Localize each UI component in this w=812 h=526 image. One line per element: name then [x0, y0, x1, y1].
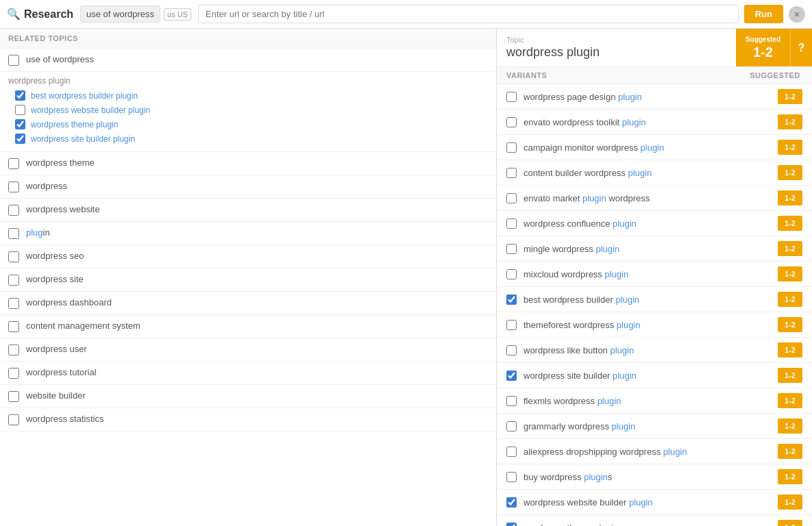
- close-button[interactable]: ×: [789, 6, 805, 23]
- variant-checkbox[interactable]: [506, 269, 517, 279]
- topic-checkbox[interactable]: [8, 158, 19, 169]
- topic-checkbox[interactable]: [15, 134, 25, 144]
- search-keyword[interactable]: use of wordpress: [80, 5, 160, 23]
- right-panel: Topic wordpress plugin Suggested 1-2 ? V…: [497, 29, 812, 526]
- variant-name: wordpress site builder plugin: [524, 371, 771, 381]
- list-item[interactable]: envato wordpress toolkit plugin1-2: [497, 110, 812, 135]
- list-item[interactable]: wordpress site builder plugin: [15, 132, 488, 146]
- topic-checkbox[interactable]: [8, 345, 19, 355]
- topic-checkbox[interactable]: [8, 414, 19, 425]
- variant-checkbox[interactable]: [506, 117, 517, 127]
- locale-badge[interactable]: us US: [164, 8, 191, 21]
- help-button[interactable]: ?: [790, 29, 812, 66]
- topic-checkbox[interactable]: [8, 368, 19, 379]
- list-item[interactable]: mingle wordpress plugin1-2: [497, 236, 812, 262]
- list-item[interactable]: wordpress dashboard: [0, 292, 496, 315]
- variant-checkbox[interactable]: [506, 320, 517, 330]
- list-item[interactable]: flexmls wordpress plugin1-2: [497, 388, 812, 414]
- variant-checkbox[interactable]: [506, 371, 517, 381]
- suggested-badge: 1-2: [778, 317, 802, 332]
- topic-name: plugin: [26, 227, 50, 238]
- variant-name: mixcloud wordpress plugin: [524, 269, 771, 279]
- run-button[interactable]: Run: [744, 5, 783, 23]
- list-item[interactable]: content builder wordpress plugin1-2: [497, 160, 812, 186]
- variant-name: wordpress page design plugin: [524, 92, 771, 102]
- list-item[interactable]: wordpress site: [0, 268, 496, 292]
- list-item[interactable]: wordpress page design plugin1-2: [497, 84, 812, 110]
- topic-checkbox[interactable]: [8, 321, 19, 332]
- list-item[interactable]: wordpress website: [0, 199, 496, 222]
- variant-checkbox[interactable]: [506, 421, 517, 431]
- topic-checkbox[interactable]: [15, 119, 25, 129]
- list-item[interactable]: envato market plugin wordpress1-2: [497, 186, 812, 211]
- list-item[interactable]: campaign monitor wordpress plugin1-2: [497, 135, 812, 160]
- list-item[interactable]: wordpress like button plugin1-2: [497, 338, 812, 363]
- variant-name: envato wordpress toolkit plugin: [524, 117, 771, 127]
- topic-checkbox[interactable]: [8, 181, 19, 192]
- topic-checkbox[interactable]: [8, 55, 19, 66]
- variant-name: flexmls wordpress plugin: [524, 396, 771, 406]
- topic-checkbox[interactable]: [8, 205, 19, 216]
- topic-name: wordpress site: [26, 274, 84, 284]
- suggested-badge[interactable]: Suggested 1-2: [736, 29, 790, 66]
- variant-name: mingle wordpress plugin: [524, 244, 771, 254]
- variant-checkbox[interactable]: [506, 193, 517, 203]
- variant-checkbox[interactable]: [506, 497, 517, 508]
- variant-checkbox[interactable]: [506, 142, 517, 153]
- suggested-badge: 1-2: [778, 292, 802, 307]
- topic-checkbox[interactable]: [8, 275, 19, 286]
- variant-checkbox[interactable]: [506, 447, 517, 457]
- variant-checkbox[interactable]: [506, 523, 517, 527]
- suggested-badge: 1-2: [778, 494, 802, 510]
- suggested-badge: 1-2: [778, 393, 802, 408]
- list-item[interactable]: wordpress seo: [0, 245, 496, 268]
- variant-name: wordpress theme plugin: [524, 523, 771, 527]
- variant-checkbox[interactable]: [506, 244, 517, 254]
- variant-name: best wordpress builder plugin: [524, 295, 771, 305]
- topic-checkbox[interactable]: [8, 391, 19, 402]
- topic-checkbox[interactable]: [15, 90, 25, 101]
- topic-checkbox[interactable]: [8, 251, 19, 262]
- list-item[interactable]: buy wordpress plugins1-2: [497, 464, 812, 490]
- list-item[interactable]: wordpress theme: [0, 152, 496, 175]
- list-item[interactable]: wordpress theme plugin: [15, 117, 488, 132]
- list-item[interactable]: plugin: [0, 222, 496, 245]
- list-item[interactable]: wordpress website builder plugin: [15, 103, 488, 117]
- list-item[interactable]: wordpress: [0, 175, 496, 199]
- topic-checkbox[interactable]: [8, 228, 19, 239]
- left-panel: RELATED TOPICS use of wordpress wordpres…: [0, 29, 497, 526]
- list-item[interactable]: best wordpress builder plugin: [15, 88, 488, 103]
- list-item[interactable]: wordpress theme plugin1-2: [497, 515, 812, 526]
- suggested-badge: 1-2: [778, 216, 802, 231]
- list-item[interactable]: wordpress statistics: [0, 408, 496, 431]
- suggested-badge: 1-2: [778, 342, 802, 358]
- url-input[interactable]: [198, 5, 739, 23]
- list-item[interactable]: wordpress site builder plugin1-2: [497, 363, 812, 388]
- variant-checkbox[interactable]: [506, 396, 517, 406]
- list-item[interactable]: themeforest wordpress plugin1-2: [497, 312, 812, 338]
- variant-checkbox[interactable]: [506, 168, 517, 178]
- variant-checkbox[interactable]: [506, 472, 517, 482]
- variant-name: wordpress like button plugin: [524, 345, 771, 355]
- list-item[interactable]: website builder: [0, 385, 496, 408]
- list-item[interactable]: best wordpress builder plugin1-2: [497, 287, 812, 312]
- list-item[interactable]: wordpress user: [0, 338, 496, 362]
- list-item[interactable]: content management system: [0, 315, 496, 338]
- variant-checkbox[interactable]: [506, 218, 517, 229]
- list-item[interactable]: aliexpress dropshipping wordpress plugin…: [497, 439, 812, 464]
- suggested-col-label: SUGGESTED: [748, 71, 802, 79]
- variant-checkbox[interactable]: [506, 92, 517, 102]
- topic-checkbox[interactable]: [8, 298, 19, 309]
- list-item[interactable]: wordpress confluence plugin1-2: [497, 211, 812, 236]
- variant-name: grammarly wordpress plugin: [524, 421, 771, 431]
- variant-checkbox[interactable]: [506, 295, 517, 305]
- list-item[interactable]: wordpress tutorial: [0, 362, 496, 385]
- list-item[interactable]: wordpress website builder plugin1-2: [497, 490, 812, 515]
- variant-checkbox[interactable]: [506, 345, 517, 355]
- topic-checkbox[interactable]: [15, 105, 25, 115]
- list-item[interactable]: grammarly wordpress plugin1-2: [497, 414, 812, 439]
- main-content: RELATED TOPICS use of wordpress wordpres…: [0, 29, 812, 526]
- list-item[interactable]: use of wordpress: [0, 49, 496, 72]
- topic-name: wordpress theme plugin: [31, 120, 118, 129]
- list-item[interactable]: mixcloud wordpress plugin1-2: [497, 262, 812, 287]
